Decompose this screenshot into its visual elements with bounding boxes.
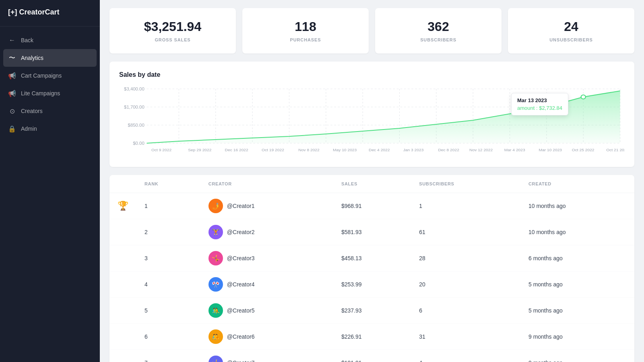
sales-cell: $581.93 [333, 219, 411, 245]
svg-text:Mar 10 2023: Mar 10 2023 [539, 148, 562, 152]
created-cell: 10 months ago [520, 219, 634, 245]
back-icon: ← [8, 36, 16, 44]
creator-inner: 🏋️ @Creator2 [208, 225, 325, 239]
svg-text:Oct 9 2022: Oct 9 2022 [151, 148, 171, 152]
sidebar-item-back[interactable]: ← Back [0, 31, 100, 49]
creators-table: RANK CREATOR SALES SUBSCRIBERS CREATED 🏆… [109, 175, 634, 362]
subscribers-cell: 4 [411, 350, 520, 362]
creator-cell: 🎌 @Creator4 [200, 272, 333, 298]
chart-area [147, 91, 620, 143]
created-cell: 9 months ago [520, 350, 634, 362]
trophy-cell: 🏆 [109, 193, 136, 219]
svg-text:Oct 21 2022: Oct 21 2022 [606, 148, 625, 152]
app-logo: [+] CreatorCart [0, 0, 100, 27]
sidebar-item-admin[interactable]: 🔒 Admin [0, 120, 100, 138]
th-created: CREATED [520, 175, 634, 193]
table-row: 4 🎌 @Creator4 $253.99205 months ago [109, 272, 634, 298]
stat-subscribers: 362 SUBSCRIBERS [375, 8, 502, 53]
subscribers-value: 362 [385, 19, 492, 34]
purchases-label: PURCHASES [252, 37, 359, 42]
th-trophy [109, 175, 136, 193]
svg-text:$850.00: $850.00 [128, 123, 144, 128]
svg-text:Sep 29 2022: Sep 29 2022 [188, 148, 211, 152]
table-row: 6 🤼 @Creator6 $226.91319 months ago [109, 324, 634, 350]
unsubscribers-value: 24 [518, 19, 625, 34]
subscribers-cell: 6 [411, 298, 520, 324]
svg-text:Jan 3 2023: Jan 3 2023 [403, 148, 424, 152]
rank-cell: 5 [136, 298, 200, 324]
chart-container: $3,400.00 $1,700.00 $850.00 $0.00 Oct 9 … [119, 85, 625, 157]
table-row: 3 🤸 @Creator3 $458.13286 months ago [109, 245, 634, 272]
trophy-cell [109, 324, 136, 350]
creator-inner: 🤸 @Creator3 [208, 251, 325, 265]
gross-sales-value: $3,251.94 [119, 19, 226, 34]
trophy-cell [109, 272, 136, 298]
sidebar-item-creators[interactable]: ⊙ Creators [0, 102, 100, 120]
trophy-cell [109, 350, 136, 362]
stat-purchases: 118 PURCHASES [242, 8, 369, 53]
creator-cell: 🤸 @Creator3 [200, 245, 333, 272]
sidebar-item-lite-campaigns[interactable]: 📢 Lite Campaigns [0, 84, 100, 102]
subscribers-label: SUBSCRIBERS [385, 37, 492, 42]
sales-cell: $191.91 [333, 350, 411, 362]
analytics-icon: 〜 [8, 54, 16, 62]
purchases-value: 118 [252, 19, 359, 34]
creator-cell: 🤳 @Creator1 [200, 193, 333, 219]
creator-name: @Creator4 [227, 281, 255, 288]
rank-cell: 2 [136, 219, 200, 245]
sidebar-cart-campaigns-label: Cart Campaigns [21, 72, 62, 79]
cart-campaigns-icon: 📢 [8, 72, 16, 80]
svg-text:Mar 4 2023: Mar 4 2023 [504, 148, 525, 152]
chart-card: Sales by date [109, 62, 634, 167]
table-header-row: RANK CREATOR SALES SUBSCRIBERS CREATED [109, 175, 634, 193]
svg-text:$0.00: $0.00 [133, 141, 144, 146]
sidebar-admin-label: Admin [21, 125, 37, 132]
lite-campaigns-icon: 📢 [8, 89, 16, 97]
created-cell: 5 months ago [520, 298, 634, 324]
table-row: 🏆1 🤳 @Creator1 $968.91110 months ago [109, 193, 634, 219]
table-row: 7 🤸 @Creator7 $191.9149 months ago [109, 350, 634, 362]
trophy-cell [109, 245, 136, 272]
subscribers-cell: 31 [411, 324, 520, 350]
creator-name: @Creator1 [227, 203, 255, 209]
creator-cell: 🤸 @Creator7 [200, 350, 333, 362]
trophy-cell [109, 298, 136, 324]
created-cell: 5 months ago [520, 272, 634, 298]
creator-inner: 🎌 @Creator4 [208, 277, 325, 292]
sidebar-item-analytics[interactable]: 〜 Analytics [3, 49, 97, 67]
svg-text:Nov 8 2022: Nov 8 2022 [298, 148, 319, 152]
stat-unsubscribers: 24 UNSUBSCRIBERS [508, 8, 634, 53]
avatar: 🤼 [208, 329, 223, 344]
sales-chart: $3,400.00 $1,700.00 $850.00 $0.00 Oct 9 … [119, 85, 625, 157]
creator-inner: 🤳 @Creator1 [208, 199, 325, 213]
table-row: 2 🏋️ @Creator2 $581.936110 months ago [109, 219, 634, 245]
avatar: 🤸 [208, 356, 223, 362]
rank-cell: 4 [136, 272, 200, 298]
subscribers-cell: 61 [411, 219, 520, 245]
sidebar-lite-campaigns-label: Lite Campaigns [21, 90, 60, 97]
creator-name: @Creator7 [227, 360, 255, 362]
stats-row: $3,251.94 GROSS SALES 118 PURCHASES 362 … [109, 8, 634, 53]
th-creator: CREATOR [200, 175, 333, 193]
creators-icon: ⊙ [8, 107, 16, 115]
th-subscribers: SUBSCRIBERS [411, 175, 520, 193]
created-cell: 6 months ago [520, 245, 634, 272]
chart-title: Sales by date [119, 71, 625, 78]
stat-gross-sales: $3,251.94 GROSS SALES [109, 8, 236, 53]
chart-dot [581, 95, 586, 99]
sales-cell: $237.93 [333, 298, 411, 324]
sales-cell: $968.91 [333, 193, 411, 219]
avatar: 🤼 [208, 303, 223, 318]
creator-name: @Creator6 [227, 333, 255, 340]
data-table: RANK CREATOR SALES SUBSCRIBERS CREATED 🏆… [109, 175, 634, 362]
avatar: 🎌 [208, 277, 223, 292]
sidebar-nav: ← Back 〜 Analytics 📢 Cart Campaigns 📢 Li… [0, 27, 100, 362]
creator-inner: 🤼 @Creator5 [208, 303, 325, 318]
th-sales: SALES [333, 175, 411, 193]
sidebar-analytics-label: Analytics [21, 55, 43, 61]
admin-icon: 🔒 [8, 125, 16, 133]
creator-cell: 🤼 @Creator6 [200, 324, 333, 350]
svg-text:$3,400.00: $3,400.00 [124, 87, 144, 91]
creator-name: @Creator5 [227, 307, 255, 314]
sidebar-item-cart-campaigns[interactable]: 📢 Cart Campaigns [0, 67, 100, 84]
